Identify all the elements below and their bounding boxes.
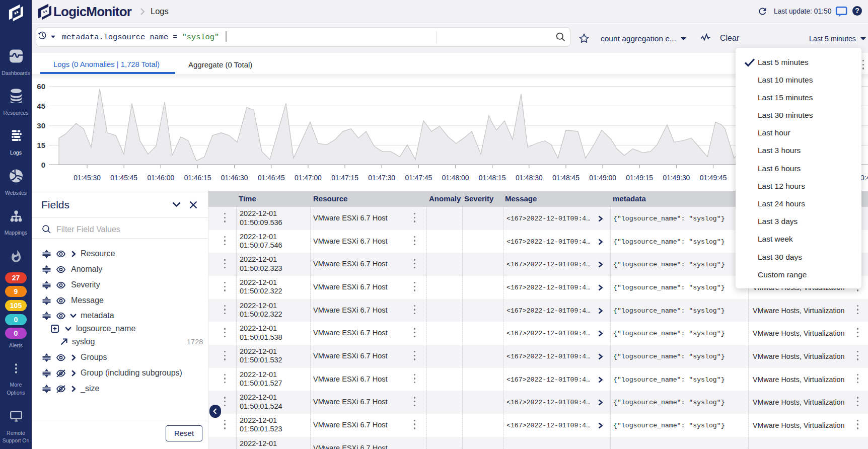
svg-text:0: 0 bbox=[41, 161, 45, 169]
svg-text:01:45:30: 01:45:30 bbox=[74, 174, 101, 182]
svg-text:01:46:15: 01:46:15 bbox=[184, 174, 211, 182]
svg-text:01:47:45: 01:47:45 bbox=[405, 174, 432, 182]
svg-text:01:46:45: 01:46:45 bbox=[258, 174, 285, 182]
svg-text:01:48:45: 01:48:45 bbox=[552, 174, 580, 182]
svg-text:01:48:00: 01:48:00 bbox=[442, 174, 469, 182]
svg-text:45: 45 bbox=[37, 102, 45, 110]
svg-text:15: 15 bbox=[37, 141, 45, 149]
svg-text:01:49:00: 01:49:00 bbox=[589, 174, 616, 182]
svg-text:01:49:30: 01:49:30 bbox=[663, 174, 690, 182]
svg-text:01:45:45: 01:45:45 bbox=[110, 174, 137, 182]
svg-text:01:49:15: 01:49:15 bbox=[626, 174, 653, 182]
svg-text:01:47:00: 01:47:00 bbox=[295, 174, 322, 182]
svg-text:01:48:30: 01:48:30 bbox=[516, 174, 543, 182]
svg-text:01:47:30: 01:47:30 bbox=[368, 174, 395, 182]
svg-text:01:46:30: 01:46:30 bbox=[221, 174, 248, 182]
svg-text:30: 30 bbox=[37, 121, 45, 130]
svg-text:01:47:15: 01:47:15 bbox=[331, 174, 358, 182]
svg-text:01:48:15: 01:48:15 bbox=[479, 174, 506, 182]
svg-text:01:46:00: 01:46:00 bbox=[147, 174, 174, 182]
svg-text:60: 60 bbox=[37, 82, 45, 91]
svg-text:01:49:45: 01:49:45 bbox=[700, 174, 727, 182]
